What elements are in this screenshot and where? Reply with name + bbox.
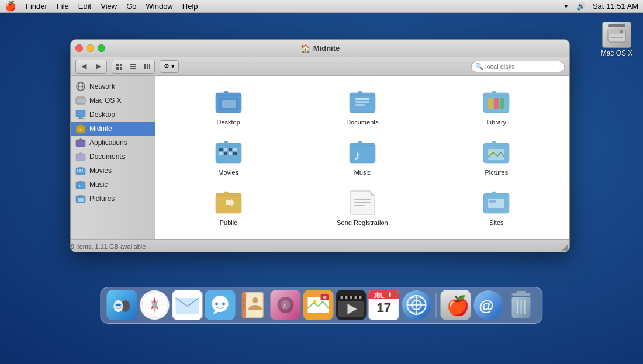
statusbar: 9 items, 1.11 GB available ◢ — [71, 239, 569, 252]
svg-rect-25 — [82, 169, 83, 171]
file-movies[interactable]: Movies — [164, 135, 292, 179]
file-pictures[interactable]: Pictures — [433, 135, 561, 179]
file-label-movies: Movies — [218, 169, 238, 176]
maximize-button[interactable] — [98, 44, 105, 52]
pictures-sidebar-icon — [75, 193, 86, 204]
menu-help[interactable]: Help — [182, 2, 198, 11]
sidebar-item-desktop[interactable]: Desktop — [71, 108, 155, 122]
window-body: Network Mac OS X — [71, 76, 569, 239]
bluetooth-icon[interactable]: ✦ — [563, 2, 569, 11]
column-view-button[interactable] — [140, 60, 154, 73]
addressbook-dock-icon — [238, 290, 268, 320]
svg-rect-94 — [359, 296, 362, 299]
file-label-documents: Documents — [346, 119, 379, 126]
menubar: 🍎 Finder File Edit View Go Window Help ✦… — [0, 0, 643, 13]
sidebar-label-macosx: Mac OS X — [89, 96, 122, 105]
svg-rect-92 — [350, 296, 352, 299]
desktop-harddrive[interactable]: Mac OS X — [596, 22, 637, 57]
svg-rect-46 — [229, 152, 232, 155]
sidebar-item-movies[interactable]: Movies — [71, 164, 155, 178]
file-label-public: Public — [220, 219, 237, 226]
dock-ical[interactable]: JUL 17 — [369, 290, 399, 320]
dock-imovie[interactable] — [336, 290, 367, 320]
dock-itunes[interactable]: ♪ — [271, 290, 301, 320]
svg-rect-11 — [144, 64, 146, 69]
sidebar: Network Mac OS X — [71, 76, 155, 239]
search-input[interactable] — [485, 63, 561, 70]
dock-netinfo[interactable] — [402, 290, 432, 320]
iphoto-dock-icon — [303, 290, 334, 320]
menu-view[interactable]: View — [101, 2, 117, 11]
search-box[interactable]: 🔍 — [471, 61, 565, 72]
sidebar-item-macosx[interactable]: Mac OS X — [71, 93, 155, 108]
file-library[interactable]: Library — [433, 85, 561, 129]
svg-point-31 — [79, 199, 80, 200]
sidebar-item-applications[interactable]: Applications — [71, 136, 155, 150]
svg-point-61 — [118, 304, 121, 307]
nav-buttons: ◀ ▶ — [75, 60, 107, 74]
menu-finder[interactable]: Finder — [26, 2, 47, 11]
sidebar-item-documents[interactable]: Documents — [71, 150, 155, 164]
file-documents[interactable]: Documents — [298, 85, 426, 129]
file-label-send-registration: Send Registration — [337, 219, 388, 226]
music-sidebar-icon: ♪ — [75, 179, 86, 190]
svg-text:17: 17 — [377, 300, 391, 315]
file-desktop[interactable]: Desktop — [164, 85, 292, 129]
svg-rect-90 — [341, 296, 343, 299]
dock-mail[interactable] — [172, 290, 203, 320]
sidebar-item-pictures[interactable]: Pictures — [71, 192, 155, 206]
svg-point-78 — [253, 297, 258, 303]
file-label-desktop: Desktop — [216, 119, 240, 126]
file-label-music: Music — [354, 169, 371, 176]
traffic-lights — [75, 44, 105, 52]
action-dropdown-icon: ▾ — [171, 63, 175, 70]
svg-rect-41 — [224, 148, 227, 151]
file-music[interactable]: ♪ Music — [298, 135, 426, 179]
resize-handle[interactable]: ◢ — [562, 242, 568, 251]
volume-icon[interactable]: 🔊 — [576, 2, 586, 11]
svg-text:JUL: JUL — [374, 293, 385, 299]
dock-safari[interactable] — [140, 290, 170, 320]
file-sites[interactable]: Sites — [433, 185, 561, 230]
dock-separator — [436, 293, 437, 317]
dock-addressbook[interactable] — [238, 290, 268, 320]
svg-rect-40 — [219, 148, 223, 151]
svg-rect-102 — [377, 292, 379, 297]
dock-trash[interactable] — [506, 290, 537, 320]
svg-rect-13 — [149, 64, 150, 69]
back-button[interactable]: ◀ — [76, 60, 91, 73]
dock-apple[interactable]: 🍎 — [441, 290, 471, 320]
mail-dock-icon — [172, 290, 203, 320]
icon-view-button[interactable] — [112, 60, 126, 73]
apple-menu[interactable]: 🍎 — [5, 1, 16, 12]
list-view-button[interactable] — [126, 60, 140, 73]
close-button[interactable] — [75, 44, 83, 52]
sidebar-item-midnite[interactable]: Midnite — [71, 122, 155, 136]
file-label-pictures: Pictures — [485, 169, 508, 176]
sidebar-item-network[interactable]: Network — [71, 79, 155, 93]
menu-window[interactable]: Window — [146, 2, 173, 11]
sidebar-label-documents: Documents — [89, 152, 125, 161]
view-buttons — [112, 60, 155, 74]
menu-edit[interactable]: Edit — [78, 2, 91, 11]
finder-window: 🏠 Midnite ◀ ▶ ⚙ — [70, 39, 570, 252]
dock-iphoto[interactable] — [303, 290, 334, 320]
svg-rect-18 — [76, 97, 85, 99]
menu-file[interactable]: File — [57, 2, 69, 11]
forward-button[interactable]: ▶ — [91, 60, 106, 73]
svg-rect-24 — [79, 169, 81, 171]
menu-go[interactable]: Go — [126, 2, 136, 11]
svg-point-73 — [222, 303, 225, 306]
action-button[interactable]: ⚙ ▾ — [160, 60, 179, 73]
desktop-sidebar-icon — [75, 109, 86, 120]
network-icon — [75, 81, 86, 92]
minimize-button[interactable] — [87, 44, 94, 52]
file-public[interactable]: Public — [164, 185, 292, 230]
dock-internetconnect[interactable]: @ — [473, 290, 504, 320]
sidebar-item-music[interactable]: ♪ Music — [71, 178, 155, 192]
dock-ichat[interactable] — [205, 290, 236, 320]
desktop: Mac OS X 🏠 Midnite ◀ ▶ — [0, 13, 643, 327]
dock-finder[interactable] — [107, 290, 137, 320]
svg-rect-23 — [77, 169, 78, 171]
file-send-registration[interactable]: Send Registration — [298, 185, 426, 230]
